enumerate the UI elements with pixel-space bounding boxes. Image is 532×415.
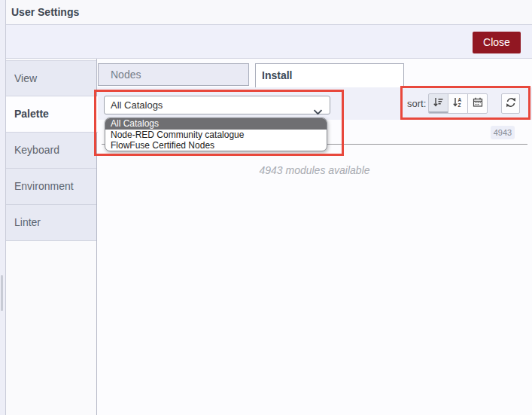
- refresh-icon: [506, 97, 516, 111]
- catalog-dropdown-list: All Catalogs Node-RED Community catalogu…: [105, 117, 327, 151]
- sort-label: sort:: [407, 87, 426, 120]
- sort-alpha-button[interactable]: A Z: [448, 93, 468, 114]
- dropdown-option-flowfuse-certified[interactable]: FlowFuse Certified Nodes: [105, 140, 327, 151]
- sidebar-item-keyboard[interactable]: Keyboard: [6, 133, 96, 169]
- modules-available-text: 4943 modules available: [97, 164, 532, 176]
- sidebar-item-palette[interactable]: Palette: [6, 96, 98, 133]
- sort-alpha-icon: A Z: [452, 97, 464, 111]
- sort-button-group: A Z: [428, 93, 488, 114]
- calendar-icon: [473, 97, 483, 111]
- dropdown-option-all-catalogs[interactable]: All Catalogs: [105, 118, 327, 130]
- sidebar-item-linter[interactable]: Linter: [6, 205, 96, 241]
- node-red-user-settings-screen: User Settings Close View Palette Keyboar…: [0, 0, 532, 415]
- refresh-button[interactable]: [501, 93, 520, 114]
- sort-date-button[interactable]: [467, 93, 488, 114]
- user-settings-dialog: User Settings Close View Palette Keyboar…: [6, 0, 532, 415]
- tab-install[interactable]: Install: [255, 63, 404, 87]
- catalog-select-value: All Catalogs: [111, 99, 163, 111]
- editor-left-strip: [0, 0, 6, 415]
- left-scrollbar-thumb[interactable]: [1, 275, 3, 311]
- tab-nodes[interactable]: Nodes: [98, 63, 249, 86]
- palette-editor-content: Nodes Install All Catalogs sort:: [96, 59, 532, 415]
- svg-text:Z: Z: [458, 102, 461, 108]
- svg-text:A: A: [458, 97, 462, 102]
- close-button[interactable]: Close: [473, 32, 521, 53]
- sidebar-item-environment[interactable]: Environment: [6, 169, 96, 205]
- sort-order-icon: [433, 97, 444, 111]
- dropdown-option-node-red-community[interactable]: Node-RED Community catalogue: [105, 130, 327, 140]
- sidebar-tabs: View Palette Keyboard Environment Linter: [6, 60, 96, 241]
- module-count-badge: 4943: [491, 126, 515, 139]
- catalog-select[interactable]: All Catalogs: [104, 96, 330, 114]
- dialog-buttonbar: Close: [6, 25, 532, 59]
- dialog-title: User Settings: [6, 0, 532, 25]
- sort-order-button[interactable]: [428, 93, 448, 114]
- sidebar-item-view[interactable]: View: [6, 60, 96, 96]
- dialog-body: View Palette Keyboard Environment Linter…: [6, 59, 532, 415]
- install-toolbar: All Catalogs sort:: [97, 87, 532, 120]
- settings-sidebar: View Palette Keyboard Environment Linter: [6, 59, 96, 415]
